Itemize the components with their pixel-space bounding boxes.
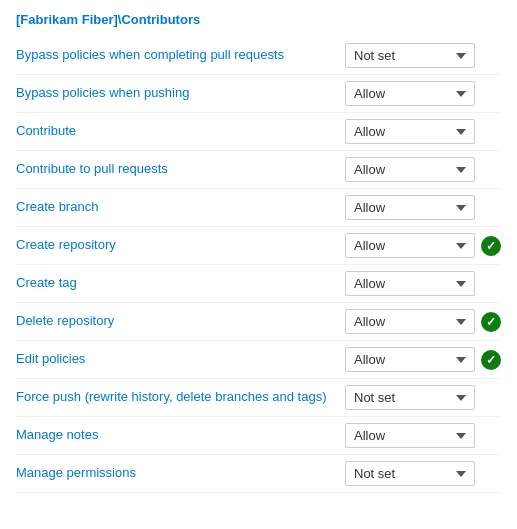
permission-dropdown-edit-policies[interactable]: Not setAllowDeny xyxy=(345,347,475,372)
check-placeholder-contribute xyxy=(481,122,501,142)
permission-row: Bypass policies when completing pull req… xyxy=(16,37,501,75)
permission-label-force-push: Force push (rewrite history, delete bran… xyxy=(16,388,345,406)
permission-label-create-repository: Create repository xyxy=(16,236,345,254)
permission-row: ContributeNot setAllowDeny xyxy=(16,113,501,151)
check-icon-delete-repository xyxy=(481,312,501,332)
permission-row: Contribute to pull requestsNot setAllowD… xyxy=(16,151,501,189)
permission-right-create-repository: Not setAllowDeny xyxy=(345,233,501,258)
check-placeholder-bypass-policies-completing xyxy=(481,46,501,66)
permission-right-create-branch: Not setAllowDeny xyxy=(345,195,501,220)
permission-dropdown-contribute-pull-requests[interactable]: Not setAllowDeny xyxy=(345,157,475,182)
permission-row: Delete repositoryNot setAllowDeny xyxy=(16,303,501,341)
check-placeholder-bypass-policies-pushing xyxy=(481,84,501,104)
permission-right-contribute-pull-requests: Not setAllowDeny xyxy=(345,157,501,182)
permission-right-force-push: Not setAllowDeny xyxy=(345,385,501,410)
permission-row: Manage notesNot setAllowDeny xyxy=(16,417,501,455)
permission-row: Force push (rewrite history, delete bran… xyxy=(16,379,501,417)
group-title: [Fabrikam Fiber]\Contributors xyxy=(16,12,501,27)
permission-row: Create tagNot setAllowDeny xyxy=(16,265,501,303)
permission-label-contribute: Contribute xyxy=(16,122,345,140)
permission-row: Create branchNot setAllowDeny xyxy=(16,189,501,227)
check-placeholder-create-tag xyxy=(481,274,501,294)
permission-right-bypass-policies-completing: Not setAllowDeny xyxy=(345,43,501,68)
permission-row: Create repositoryNot setAllowDeny xyxy=(16,227,501,265)
permission-label-bypass-policies-pushing: Bypass policies when pushing xyxy=(16,84,345,102)
permission-label-bypass-policies-completing: Bypass policies when completing pull req… xyxy=(16,46,345,64)
permission-dropdown-create-branch[interactable]: Not setAllowDeny xyxy=(345,195,475,220)
permission-dropdown-manage-permissions[interactable]: Not setAllowDeny xyxy=(345,461,475,486)
permission-label-edit-policies: Edit policies xyxy=(16,350,345,368)
permission-row: Manage permissionsNot setAllowDeny xyxy=(16,455,501,493)
permission-dropdown-bypass-policies-completing[interactable]: Not setAllowDeny xyxy=(345,43,475,68)
permission-label-manage-permissions: Manage permissions xyxy=(16,464,345,482)
permissions-container: [Fabrikam Fiber]\Contributors Bypass pol… xyxy=(0,0,517,505)
check-placeholder-force-push xyxy=(481,388,501,408)
permissions-list: Bypass policies when completing pull req… xyxy=(16,37,501,493)
permission-label-create-tag: Create tag xyxy=(16,274,345,292)
permission-row: Bypass policies when pushingNot setAllow… xyxy=(16,75,501,113)
permission-dropdown-create-repository[interactable]: Not setAllowDeny xyxy=(345,233,475,258)
permission-label-delete-repository: Delete repository xyxy=(16,312,345,330)
permission-right-contribute: Not setAllowDeny xyxy=(345,119,501,144)
permission-dropdown-manage-notes[interactable]: Not setAllowDeny xyxy=(345,423,475,448)
permission-label-manage-notes: Manage notes xyxy=(16,426,345,444)
permission-dropdown-force-push[interactable]: Not setAllowDeny xyxy=(345,385,475,410)
permission-dropdown-bypass-policies-pushing[interactable]: Not setAllowDeny xyxy=(345,81,475,106)
permission-dropdown-contribute[interactable]: Not setAllowDeny xyxy=(345,119,475,144)
check-placeholder-manage-permissions xyxy=(481,464,501,484)
check-placeholder-manage-notes xyxy=(481,426,501,446)
check-icon-create-repository xyxy=(481,236,501,256)
check-icon-edit-policies xyxy=(481,350,501,370)
permission-label-create-branch: Create branch xyxy=(16,198,345,216)
check-placeholder-create-branch xyxy=(481,198,501,218)
permission-row: Edit policiesNot setAllowDeny xyxy=(16,341,501,379)
permission-right-edit-policies: Not setAllowDeny xyxy=(345,347,501,372)
permission-right-bypass-policies-pushing: Not setAllowDeny xyxy=(345,81,501,106)
permission-right-delete-repository: Not setAllowDeny xyxy=(345,309,501,334)
permission-right-manage-permissions: Not setAllowDeny xyxy=(345,461,501,486)
permission-right-manage-notes: Not setAllowDeny xyxy=(345,423,501,448)
check-placeholder-contribute-pull-requests xyxy=(481,160,501,180)
permission-dropdown-create-tag[interactable]: Not setAllowDeny xyxy=(345,271,475,296)
permission-right-create-tag: Not setAllowDeny xyxy=(345,271,501,296)
permission-label-contribute-pull-requests: Contribute to pull requests xyxy=(16,160,345,178)
permission-dropdown-delete-repository[interactable]: Not setAllowDeny xyxy=(345,309,475,334)
